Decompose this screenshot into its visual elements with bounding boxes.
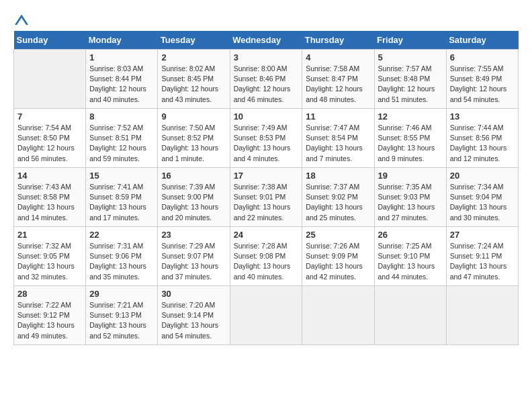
day-info: Sunrise: 7:38 AMSunset: 9:01 PMDaylight:… (234, 182, 299, 223)
calendar-cell: 30Sunrise: 7:20 AMSunset: 9:14 PMDayligh… (158, 286, 230, 345)
day-info: Sunrise: 7:46 AMSunset: 8:55 PMDaylight:… (378, 123, 443, 164)
day-info: Sunrise: 8:03 AMSunset: 8:44 PMDaylight:… (89, 64, 154, 105)
calendar-cell: 23Sunrise: 7:29 AMSunset: 9:07 PMDayligh… (158, 227, 230, 286)
calendar-cell (302, 286, 374, 345)
day-number: 6 (450, 52, 515, 62)
day-number: 7 (17, 111, 82, 122)
calendar-cell: 17Sunrise: 7:38 AMSunset: 9:01 PMDayligh… (230, 168, 302, 227)
day-info: Sunrise: 8:02 AMSunset: 8:45 PMDaylight:… (161, 64, 226, 105)
calendar-cell: 15Sunrise: 7:41 AMSunset: 8:59 PMDayligh… (86, 168, 158, 227)
calendar-cell: 16Sunrise: 7:39 AMSunset: 9:00 PMDayligh… (158, 168, 230, 227)
day-number: 3 (234, 52, 299, 62)
day-number: 25 (306, 230, 370, 240)
logo-icon (13, 13, 30, 27)
day-info: Sunrise: 7:41 AMSunset: 8:59 PMDaylight:… (89, 182, 154, 223)
week-row-2: 7Sunrise: 7:54 AMSunset: 8:50 PMDaylight… (14, 109, 519, 168)
day-number: 8 (89, 111, 154, 122)
day-info: Sunrise: 7:24 AMSunset: 9:11 PMDaylight:… (450, 241, 515, 282)
day-number: 11 (306, 111, 370, 122)
day-info: Sunrise: 7:57 AMSunset: 8:48 PMDaylight:… (378, 64, 443, 105)
calendar-cell: 29Sunrise: 7:21 AMSunset: 9:13 PMDayligh… (86, 286, 158, 345)
week-row-3: 14Sunrise: 7:43 AMSunset: 8:58 PMDayligh… (14, 168, 519, 227)
weekday-header-saturday: Saturday (446, 31, 518, 50)
day-info: Sunrise: 7:29 AMSunset: 9:07 PMDaylight:… (161, 241, 226, 282)
day-number: 20 (450, 171, 515, 181)
weekday-header-thursday: Thursday (302, 31, 374, 50)
day-number: 30 (161, 289, 226, 299)
weekday-header-monday: Monday (86, 31, 158, 50)
day-info: Sunrise: 8:00 AMSunset: 8:46 PMDaylight:… (234, 64, 299, 105)
calendar-cell: 7Sunrise: 7:54 AMSunset: 8:50 PMDaylight… (14, 109, 86, 168)
calendar-cell: 2Sunrise: 8:02 AMSunset: 8:45 PMDaylight… (158, 50, 230, 109)
day-info: Sunrise: 7:34 AMSunset: 9:04 PMDaylight:… (450, 182, 515, 223)
weekday-header-friday: Friday (374, 31, 446, 50)
day-info: Sunrise: 7:35 AMSunset: 9:03 PMDaylight:… (378, 182, 443, 223)
calendar-cell: 18Sunrise: 7:37 AMSunset: 9:02 PMDayligh… (302, 168, 374, 227)
day-number: 28 (17, 289, 82, 299)
calendar-cell: 5Sunrise: 7:57 AMSunset: 8:48 PMDaylight… (374, 50, 446, 109)
day-number: 2 (161, 52, 226, 62)
day-number: 18 (306, 171, 370, 181)
day-info: Sunrise: 7:39 AMSunset: 9:00 PMDaylight:… (161, 182, 226, 223)
day-info: Sunrise: 7:20 AMSunset: 9:14 PMDaylight:… (161, 300, 226, 341)
calendar-cell: 14Sunrise: 7:43 AMSunset: 8:58 PMDayligh… (14, 168, 86, 227)
day-info: Sunrise: 7:55 AMSunset: 8:49 PMDaylight:… (450, 64, 515, 105)
day-number: 26 (378, 230, 443, 240)
day-info: Sunrise: 7:28 AMSunset: 9:08 PMDaylight:… (234, 241, 299, 282)
logo (13, 13, 32, 27)
calendar-cell (230, 286, 302, 345)
day-number: 24 (234, 230, 299, 240)
day-info: Sunrise: 7:47 AMSunset: 8:54 PMDaylight:… (306, 123, 370, 164)
day-number: 17 (234, 171, 299, 181)
day-number: 9 (161, 111, 226, 122)
day-number: 16 (161, 171, 226, 181)
weekday-header-wednesday: Wednesday (230, 31, 302, 50)
calendar-cell: 25Sunrise: 7:26 AMSunset: 9:09 PMDayligh… (302, 227, 374, 286)
calendar-cell: 22Sunrise: 7:31 AMSunset: 9:06 PMDayligh… (86, 227, 158, 286)
day-info: Sunrise: 7:22 AMSunset: 9:12 PMDaylight:… (17, 300, 82, 341)
day-number: 22 (89, 230, 154, 240)
week-row-4: 21Sunrise: 7:32 AMSunset: 9:05 PMDayligh… (14, 227, 519, 286)
day-info: Sunrise: 7:52 AMSunset: 8:51 PMDaylight:… (89, 123, 154, 164)
day-number: 14 (17, 171, 82, 181)
calendar-cell: 21Sunrise: 7:32 AMSunset: 9:05 PMDayligh… (14, 227, 86, 286)
calendar-cell: 11Sunrise: 7:47 AMSunset: 8:54 PMDayligh… (302, 109, 374, 168)
calendar-table: SundayMondayTuesdayWednesdayThursdayFrid… (13, 31, 519, 345)
day-info: Sunrise: 7:26 AMSunset: 9:09 PMDaylight:… (306, 241, 370, 282)
calendar-cell: 12Sunrise: 7:46 AMSunset: 8:55 PMDayligh… (374, 109, 446, 168)
day-number: 5 (378, 52, 443, 62)
calendar-cell: 20Sunrise: 7:34 AMSunset: 9:04 PMDayligh… (446, 168, 518, 227)
day-number: 1 (89, 52, 154, 62)
calendar-cell (446, 286, 518, 345)
day-info: Sunrise: 7:50 AMSunset: 8:52 PMDaylight:… (161, 123, 226, 164)
day-number: 10 (234, 111, 299, 122)
day-number: 27 (450, 230, 515, 240)
calendar-cell: 27Sunrise: 7:24 AMSunset: 9:11 PMDayligh… (446, 227, 518, 286)
day-number: 4 (306, 52, 370, 62)
week-row-1: 1Sunrise: 8:03 AMSunset: 8:44 PMDaylight… (14, 50, 519, 109)
day-number: 21 (17, 230, 82, 240)
calendar-cell: 1Sunrise: 8:03 AMSunset: 8:44 PMDaylight… (86, 50, 158, 109)
calendar-cell: 10Sunrise: 7:49 AMSunset: 8:53 PMDayligh… (230, 109, 302, 168)
calendar-cell: 3Sunrise: 8:00 AMSunset: 8:46 PMDaylight… (230, 50, 302, 109)
day-number: 19 (378, 171, 443, 181)
day-number: 12 (378, 111, 443, 122)
calendar-cell: 4Sunrise: 7:58 AMSunset: 8:47 PMDaylight… (302, 50, 374, 109)
day-info: Sunrise: 7:21 AMSunset: 9:13 PMDaylight:… (89, 300, 154, 341)
header (13, 13, 519, 27)
calendar-cell: 9Sunrise: 7:50 AMSunset: 8:52 PMDaylight… (158, 109, 230, 168)
day-info: Sunrise: 7:25 AMSunset: 9:10 PMDaylight:… (378, 241, 443, 282)
weekday-header-row: SundayMondayTuesdayWednesdayThursdayFrid… (14, 31, 519, 50)
week-row-5: 28Sunrise: 7:22 AMSunset: 9:12 PMDayligh… (14, 286, 519, 345)
day-number: 23 (161, 230, 226, 240)
calendar-cell: 28Sunrise: 7:22 AMSunset: 9:12 PMDayligh… (14, 286, 86, 345)
calendar-cell: 19Sunrise: 7:35 AMSunset: 9:03 PMDayligh… (374, 168, 446, 227)
weekday-header-sunday: Sunday (14, 31, 86, 50)
day-info: Sunrise: 7:49 AMSunset: 8:53 PMDaylight:… (234, 123, 299, 164)
day-number: 29 (89, 289, 154, 299)
calendar-cell: 13Sunrise: 7:44 AMSunset: 8:56 PMDayligh… (446, 109, 518, 168)
weekday-header-tuesday: Tuesday (158, 31, 230, 50)
day-info: Sunrise: 7:43 AMSunset: 8:58 PMDaylight:… (17, 182, 82, 223)
day-info: Sunrise: 7:54 AMSunset: 8:50 PMDaylight:… (17, 123, 82, 164)
day-info: Sunrise: 7:32 AMSunset: 9:05 PMDaylight:… (17, 241, 82, 282)
